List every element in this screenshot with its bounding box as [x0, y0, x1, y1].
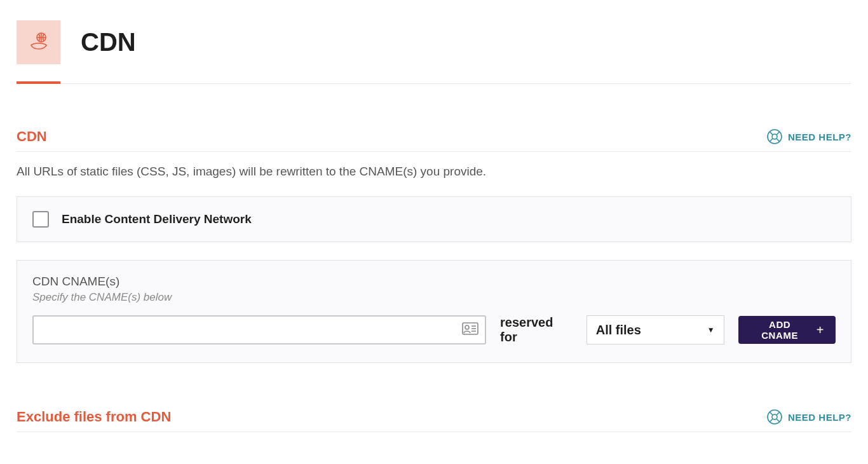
need-help-label: NEED HELP? — [788, 132, 851, 142]
svg-line-17 — [776, 419, 780, 422]
select-value: All files — [596, 323, 641, 338]
cdn-section-header: CDN NEED HELP? — [17, 128, 851, 152]
exclude-section-header: Exclude files from CDN NEED HELP? — [17, 409, 851, 432]
svg-line-4 — [776, 132, 780, 135]
chevron-down-icon: ▼ — [707, 325, 715, 334]
need-help-link-exclude[interactable]: NEED HELP? — [766, 409, 851, 425]
cdn-section-title: CDN — [17, 128, 47, 145]
id-card-icon — [462, 322, 478, 338]
exclude-section-title: Exclude files from CDN — [17, 409, 171, 425]
cname-input-wrap — [32, 315, 486, 345]
svg-line-15 — [776, 412, 780, 415]
svg-point-2 — [772, 134, 777, 139]
lifebuoy-icon — [766, 128, 783, 145]
enable-cdn-checkbox[interactable] — [32, 211, 49, 228]
svg-line-14 — [770, 412, 773, 415]
enable-cdn-label: Enable Content Delivery Network — [62, 212, 252, 226]
add-cname-button[interactable]: ADD CNAME + — [738, 316, 836, 344]
page-header: CDN — [17, 0, 851, 64]
cname-panel: CDN CNAME(s) Specify the CNAME(s) below … — [17, 260, 851, 363]
reserved-for-label: reserved for — [500, 315, 573, 345]
plus-icon: + — [817, 324, 824, 336]
page-root: CDN CDN NEED HELP? All URLs of static fi… — [0, 0, 868, 458]
cname-controls-row: reserved for All files ▼ ADD CNAME + — [17, 304, 851, 362]
add-cname-label: ADD CNAME — [750, 319, 810, 341]
svg-line-6 — [776, 139, 780, 142]
svg-line-3 — [770, 132, 773, 135]
need-help-label-exclude: NEED HELP? — [788, 412, 851, 423]
need-help-link[interactable]: NEED HELP? — [766, 128, 851, 145]
cname-input[interactable] — [32, 315, 486, 345]
svg-point-13 — [772, 414, 777, 420]
cname-title: CDN CNAME(s) — [17, 261, 851, 289]
svg-line-5 — [770, 139, 773, 142]
file-type-select[interactable]: All files ▼ — [587, 315, 724, 345]
enable-cdn-row: Enable Content Delivery Network — [17, 197, 851, 242]
cname-subtitle: Specify the CNAME(s) below — [17, 289, 851, 304]
enable-cdn-panel: Enable Content Delivery Network — [17, 196, 851, 242]
page-title: CDN — [81, 28, 136, 57]
lifebuoy-icon — [766, 409, 783, 425]
active-tab-indicator — [17, 81, 60, 84]
svg-point-8 — [465, 325, 469, 329]
cdn-icon — [17, 20, 60, 64]
tab-bar — [17, 81, 851, 84]
cdn-description: All URLs of static files (CSS, JS, image… — [17, 165, 851, 179]
svg-line-16 — [770, 419, 773, 422]
